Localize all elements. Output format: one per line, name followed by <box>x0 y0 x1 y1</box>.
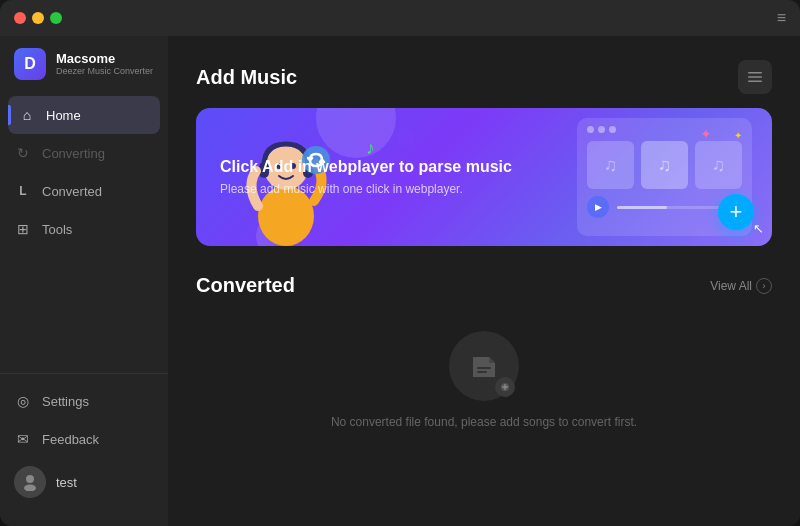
sidebar-item-tools-label: Tools <box>42 222 72 237</box>
add-music-title: Add Music <box>196 66 297 89</box>
add-music-header: Add Music <box>196 60 772 94</box>
sidebar-item-feedback-label: Feedback <box>42 432 99 447</box>
app-logo: D Macsome Deezer Music Converter <box>0 48 168 96</box>
logo-icon: D <box>14 48 46 80</box>
close-button[interactable] <box>14 12 26 24</box>
sidebar-item-converted[interactable]: L Converted <box>0 172 168 210</box>
minimize-button[interactable] <box>32 12 44 24</box>
converted-icon: L <box>14 182 32 200</box>
svg-rect-2 <box>748 72 762 74</box>
sidebar-item-tools[interactable]: ⊞ Tools <box>0 210 168 248</box>
add-button[interactable]: + <box>718 194 754 230</box>
view-all-label: View All <box>710 279 752 293</box>
empty-text: No converted file found, please add song… <box>331 415 637 429</box>
app-name: Macsome <box>56 51 153 67</box>
view-all-button[interactable]: View All › <box>710 278 772 294</box>
banner-subtitle: Please add music with one click in webpl… <box>220 182 748 196</box>
sidebar-item-converting-label: Converting <box>42 146 105 161</box>
banner-title: Click Add in webplayer to parse music <box>220 158 748 176</box>
app-body: D Macsome Deezer Music Converter ⌂ Home … <box>0 36 800 526</box>
feedback-icon: ✉ <box>14 430 32 448</box>
titlebar: ≡ <box>0 0 800 36</box>
svg-rect-12 <box>477 367 491 369</box>
sidebar-item-home-label: Home <box>46 108 81 123</box>
sparkle-icon: ✦ <box>700 126 712 142</box>
nav-items: ⌂ Home ↻ Converting L Converted ⊞ Tools <box>0 96 168 365</box>
banner-text: Click Add in webplayer to parse music Pl… <box>220 158 748 196</box>
converted-section: Converted View All › <box>196 274 772 439</box>
user-profile[interactable]: test <box>0 458 168 506</box>
svg-point-0 <box>26 475 34 483</box>
settings-button[interactable] <box>738 60 772 94</box>
app-subtitle: Deezer Music Converter <box>56 66 153 77</box>
maximize-button[interactable] <box>50 12 62 24</box>
menu-icon[interactable]: ≡ <box>777 9 786 27</box>
play-icon: ▶ <box>587 196 609 218</box>
sidebar-item-settings-label: Settings <box>42 394 89 409</box>
avatar <box>14 466 46 498</box>
main-content: Add Music <box>168 36 800 526</box>
home-icon: ⌂ <box>18 106 36 124</box>
sidebar-bottom: ◎ Settings ✉ Feedback test <box>0 373 168 514</box>
empty-state: No converted file found, please add song… <box>196 311 772 439</box>
app-name-block: Macsome Deezer Music Converter <box>56 51 153 77</box>
empty-state-icon <box>449 331 519 401</box>
music-note-icon: ♪ <box>366 138 375 159</box>
svg-rect-3 <box>748 76 762 78</box>
svg-rect-4 <box>748 81 762 83</box>
traffic-lights <box>14 12 62 24</box>
settings-icon: ◎ <box>14 392 32 410</box>
empty-icon-badge <box>495 377 515 397</box>
tools-icon: ⊞ <box>14 220 32 238</box>
converted-header: Converted View All › <box>196 274 772 297</box>
app-window: ≡ D Macsome Deezer Music Converter ⌂ Hom… <box>0 0 800 526</box>
view-all-arrow-icon: › <box>756 278 772 294</box>
sidebar-item-settings[interactable]: ◎ Settings <box>0 382 168 420</box>
svg-rect-16 <box>502 386 508 388</box>
cursor-icon: ↖ <box>753 221 764 236</box>
add-music-banner: Click Add in webplayer to parse music Pl… <box>196 108 772 246</box>
converting-icon: ↻ <box>14 144 32 162</box>
svg-point-1 <box>24 485 36 492</box>
user-name: test <box>56 475 77 490</box>
converted-title: Converted <box>196 274 295 297</box>
sidebar: D Macsome Deezer Music Converter ⌂ Home … <box>0 36 168 526</box>
sidebar-item-converting: ↻ Converting <box>0 134 168 172</box>
star-icon: ✦ <box>734 130 742 141</box>
svg-rect-13 <box>477 371 487 373</box>
sidebar-item-feedback[interactable]: ✉ Feedback <box>0 420 168 458</box>
sidebar-item-converted-label: Converted <box>42 184 102 199</box>
sidebar-item-home[interactable]: ⌂ Home <box>8 96 160 134</box>
